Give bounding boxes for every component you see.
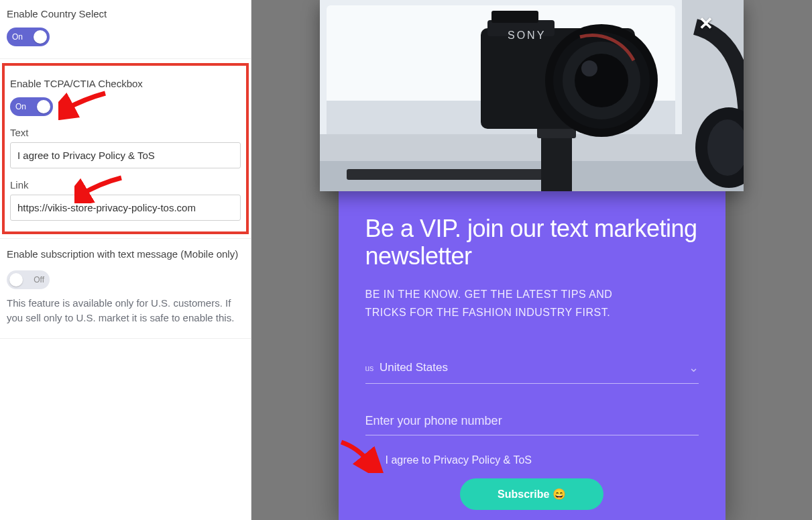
tcpa-link-input[interactable] [10,195,241,221]
popup-body: Be a VIP. join our text marketing newsle… [339,191,726,520]
toggle-knob [9,273,23,287]
popup-title: Be a VIP. join our text marketing newsle… [365,215,699,270]
chevron-down-icon: ⌄ [689,360,699,375]
section-mobile-subscription: Enable subscription with text message (M… [0,238,251,339]
mobile-sub-heading: Enable subscription with text message (M… [7,247,244,262]
svg-text:SONY: SONY [508,30,546,41]
toggle-knob [34,30,47,44]
link-field-label: Link [10,179,241,191]
preview-area: ✕ SONY [251,0,812,520]
annotation-arrow-icon [58,87,112,120]
toggle-label: On [15,102,26,111]
country-select[interactable]: us United States ⌄ [365,355,699,384]
tcpa-text-input[interactable] [10,142,241,168]
svg-rect-7 [541,134,572,191]
country-select-value: us United States [365,361,448,374]
country-select-heading: Enable Country Select [7,8,244,19]
text-field-label: Text [10,127,241,138]
close-icon[interactable]: ✕ [699,13,713,34]
tcpa-heading: Enable TCPA/CTIA Checkbox [10,78,241,89]
svg-point-17 [581,60,597,76]
agree-checkbox[interactable] [365,454,378,466]
toggle-knob [37,100,50,113]
svg-rect-11 [491,11,538,23]
mobile-sub-note: This feature is available only for U.S. … [7,296,244,326]
phone-input-row [365,414,699,435]
config-panel: Enable Country Select On Enable TCPA/CTI… [0,0,251,520]
tcpa-highlight-box: Enable TCPA/CTIA Checkbox On Text Link [2,63,249,234]
tcpa-toggle[interactable]: On [10,97,53,116]
popup-card: ✕ SONY [339,0,726,520]
agree-label: I agree to Privacy Policy & ToS [386,454,532,466]
country-name: United States [380,361,448,374]
svg-point-16 [575,54,628,107]
popup-subtitle: BE IN THE KNOW. GET THE LATEST TIPS AND … [365,285,654,321]
country-select-toggle[interactable]: On [7,28,50,46]
toggle-label: Off [34,275,44,284]
subscribe-button[interactable]: Subscribe 😄 [460,478,603,510]
phone-input[interactable] [365,414,699,428]
svg-rect-6 [347,169,548,180]
section-country-select: Enable Country Select On [0,0,251,59]
popup-hero-image: SONY [320,0,744,191]
mobile-sub-toggle[interactable]: Off [7,270,50,289]
agree-row: I agree to Privacy Policy & ToS [365,454,699,466]
country-prefix: us [365,364,374,373]
toggle-label: On [12,32,23,42]
